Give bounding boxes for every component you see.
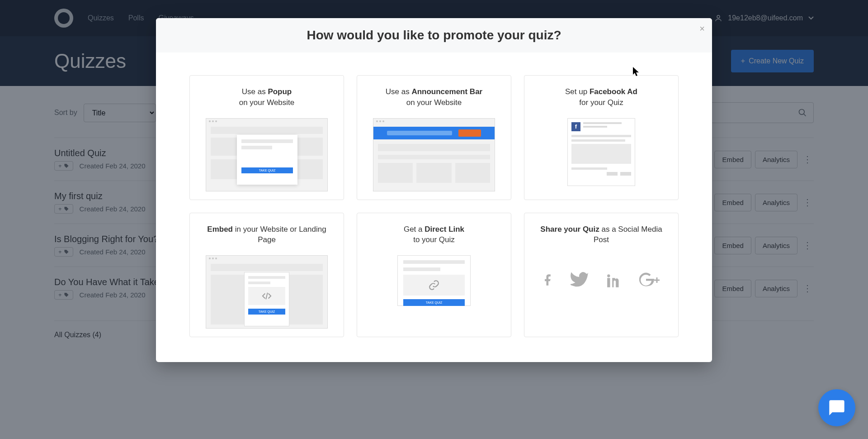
social-icons: [542, 271, 661, 294]
option-facebook-ad[interactable]: Set up Facebook Adfor your Quiz f: [524, 75, 679, 200]
announcement-preview: [373, 118, 495, 191]
modal-overlay[interactable]: How would you like to promote your quiz?…: [0, 0, 868, 439]
option-direct-link[interactable]: Get a Direct Linkto your Quiz TAKE QUIZ: [357, 213, 511, 338]
direct-link-preview: TAKE QUIZ: [397, 255, 471, 306]
option-embed[interactable]: Embed in your Website or Landing Page TA…: [189, 213, 344, 338]
googleplus-icon: [639, 271, 661, 294]
facebook-preview: f: [567, 118, 635, 186]
option-announcement-bar[interactable]: Use as Announcement Baron your Website: [357, 75, 511, 200]
option-share-social[interactable]: Share your Quiz as a Social Media Post: [524, 213, 679, 338]
linkedin-icon: [606, 271, 623, 294]
modal-title: How would you like to promote your quiz?: [156, 28, 712, 43]
popup-preview: TAKE QUIZ: [206, 118, 328, 191]
close-icon[interactable]: ×: [699, 24, 705, 34]
facebook-icon: [542, 271, 554, 294]
promote-modal: How would you like to promote your quiz?…: [156, 18, 712, 362]
option-popup[interactable]: Use as Popupon your Website TAKE QUIZ: [189, 75, 344, 200]
modal-header: How would you like to promote your quiz?: [156, 18, 712, 52]
embed-preview: TAKE QUIZ: [206, 255, 328, 329]
chat-icon: [828, 399, 846, 417]
twitter-icon: [571, 271, 590, 294]
chat-widget[interactable]: [818, 389, 855, 426]
modal-body: Use as Popupon your Website TAKE QUIZ Us…: [156, 52, 712, 360]
